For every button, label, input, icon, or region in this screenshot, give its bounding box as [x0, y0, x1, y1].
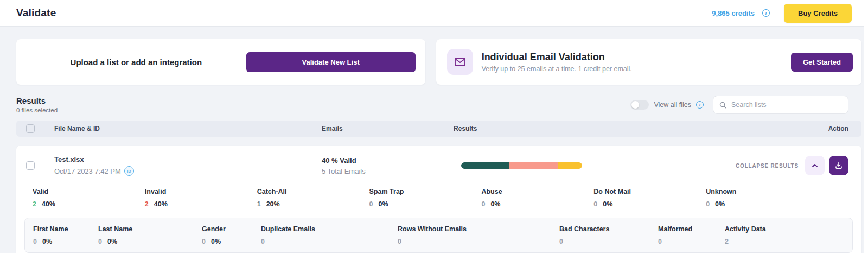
file-date-text: Oct/17 2023 7:42 PM: [54, 167, 121, 175]
validation-stats-row: Valid 240% Invalid 240% Catch-All 120% S…: [16, 188, 861, 208]
results-controls: View all files i: [630, 96, 848, 114]
stat-do-not-mail: Do Not Mail 00%: [593, 188, 706, 208]
bar-segment-invalid: [509, 162, 558, 169]
fstat-label: Last Name: [98, 225, 202, 233]
envelope-icon: [447, 49, 473, 75]
stat-count: 1: [257, 200, 261, 208]
fstat-count: 0: [658, 238, 662, 245]
fstat-bad-characters: Bad Characters 0: [559, 225, 658, 245]
validation-progress-bar: [461, 162, 582, 169]
get-started-button[interactable]: Get Started: [791, 53, 853, 72]
buy-credits-button[interactable]: Buy Credits: [784, 4, 852, 23]
fstat-count: 0: [559, 238, 563, 245]
table-header: File Name & ID Emails Results Action: [16, 121, 861, 137]
fstat-duplicate-emails: Duplicate Emails 0: [261, 225, 398, 245]
column-emails: Emails: [322, 125, 454, 132]
fstat-label: Gender: [202, 225, 261, 233]
table-row: Test.xlsx Oct/17 2023 7:42 PM ID 40 % Va…: [16, 155, 861, 176]
fstat-count: 0: [261, 238, 265, 245]
validate-new-list-button[interactable]: Validate New List: [246, 52, 416, 72]
view-all-files-label: View all files: [654, 101, 691, 109]
stat-label: Spam Trap: [369, 188, 482, 195]
column-results: Results: [454, 125, 828, 132]
fstat-count: 0: [202, 238, 206, 245]
stat-count: 0: [369, 200, 373, 208]
fstat-count: 0: [33, 238, 37, 245]
upload-card: Upload a list or add an integration Vali…: [16, 39, 425, 85]
stat-count: 2: [33, 200, 36, 208]
fstat-percent: 0%: [211, 238, 221, 245]
download-icon: [834, 161, 843, 170]
stat-label: Valid: [33, 188, 145, 195]
stat-percent: 40%: [42, 200, 55, 208]
stat-valid: Valid 240%: [33, 188, 145, 208]
fstat-malformed: Malformed 0: [658, 225, 725, 245]
scrollbar-track[interactable]: [864, 0, 868, 253]
fstat-percent: 0%: [107, 238, 117, 245]
topbar-right: 9,865 credits i Buy Credits: [712, 4, 852, 23]
action-cards: Upload a list or add an integration Vali…: [16, 39, 861, 85]
file-info: Test.xlsx Oct/17 2023 7:42 PM ID: [54, 155, 322, 176]
files-selected-count: 0 files selected: [16, 107, 58, 113]
row-checkbox[interactable]: [26, 161, 35, 170]
credits-info-icon[interactable]: i: [762, 9, 770, 17]
collapse-results-button[interactable]: COLLAPSE RESULTS: [736, 163, 799, 169]
stat-percent: 40%: [154, 200, 168, 208]
stat-label: Unknown: [706, 188, 818, 195]
stat-invalid: Invalid 240%: [145, 188, 257, 208]
file-stats-box: First Name 00% Last Name 00% Gender 00% …: [24, 218, 853, 253]
fstat-rows-without-emails: Rows Without Emails 0: [398, 225, 559, 245]
stat-count: 0: [593, 200, 597, 208]
fstat-label: Bad Characters: [559, 225, 658, 233]
stat-percent: 0%: [490, 200, 500, 208]
main-content: Upload a list or add an integration Vali…: [0, 26, 868, 253]
stat-label: Abuse: [481, 188, 593, 195]
fstat-count: 0: [398, 238, 401, 245]
stat-label: Invalid: [145, 188, 257, 195]
stat-percent: 20%: [266, 200, 280, 208]
file-name: Test.xlsx: [54, 155, 322, 163]
fstat-label: Malformed: [658, 225, 725, 233]
page-title: Validate: [16, 7, 56, 19]
stat-count: 0: [481, 200, 485, 208]
fstat-percent: 0%: [42, 238, 52, 245]
fstat-activity-data: Activity Data 2: [725, 225, 847, 245]
stat-abuse: Abuse 00%: [481, 188, 593, 208]
fstat-label: Activity Data: [725, 225, 847, 233]
stat-spam-trap: Spam Trap 00%: [369, 188, 482, 208]
individual-validation-card: Individual Email Validation Verify up to…: [436, 39, 861, 85]
results-bar-cell: [454, 162, 736, 169]
view-all-info-icon[interactable]: i: [696, 101, 704, 109]
fstat-label: Rows Without Emails: [398, 225, 559, 233]
bar-segment-catch-all: [558, 162, 582, 169]
stat-percent: 0%: [603, 200, 612, 208]
total-emails-text: 5 Total Emails: [322, 167, 454, 175]
stat-count: 0: [706, 200, 710, 208]
stat-catch-all: Catch-All 120%: [257, 188, 369, 208]
upload-card-text: Upload a list or add an integration: [26, 58, 246, 67]
fstat-gender: Gender 00%: [202, 225, 261, 245]
column-file-name: File Name & ID: [54, 125, 322, 132]
chevron-up-icon: [810, 161, 819, 170]
download-results-button[interactable]: [829, 156, 848, 175]
credits-balance: 9,865 credits: [712, 9, 755, 17]
bar-segment-valid: [461, 162, 509, 169]
emails-summary: 40 % Valid 5 Total Emails: [322, 156, 454, 175]
individual-validation-subtitle: Verify up to 25 emails at a time. 1 cred…: [482, 65, 791, 73]
column-action: Action: [828, 125, 848, 132]
select-all-checkbox[interactable]: [26, 124, 35, 133]
fstat-count: 0: [98, 238, 102, 245]
fstat-first-name: First Name 00%: [33, 225, 98, 245]
stat-percent: 0%: [715, 200, 725, 208]
row-actions: COLLAPSE RESULTS: [736, 156, 848, 175]
search-input[interactable]: [731, 101, 843, 109]
fstat-last-name: Last Name 00%: [98, 225, 202, 245]
toggle-knob: [631, 101, 639, 109]
collapse-chevron-button[interactable]: [805, 156, 825, 175]
view-all-files-toggle[interactable]: [630, 100, 649, 110]
stat-label: Catch-All: [257, 188, 369, 195]
file-date: Oct/17 2023 7:42 PM ID: [54, 166, 322, 176]
file-id-icon[interactable]: ID: [124, 166, 134, 176]
individual-validation-title: Individual Email Validation: [482, 52, 791, 63]
fstat-label: First Name: [33, 225, 98, 233]
